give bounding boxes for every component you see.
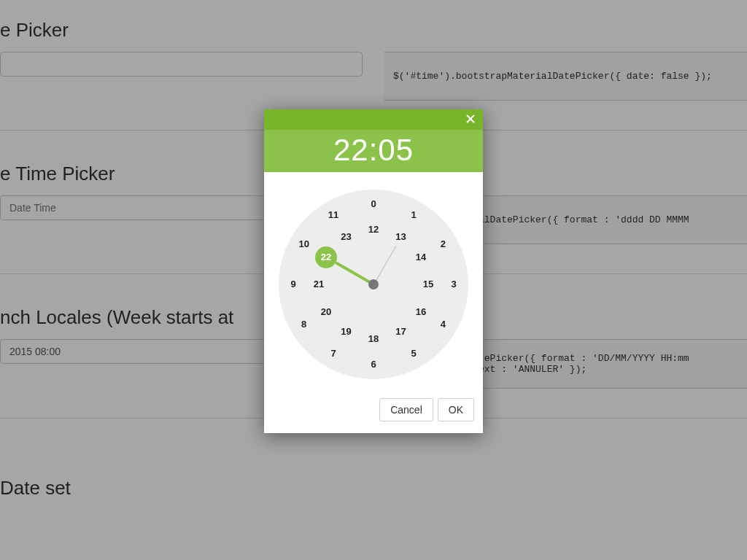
hour-7[interactable]: 7 (322, 343, 344, 365)
hour-21[interactable]: 21 (308, 273, 330, 295)
ok-button[interactable]: OK (438, 398, 474, 421)
hour-17[interactable]: 17 (390, 321, 412, 343)
close-icon[interactable] (464, 112, 477, 125)
hour-23[interactable]: 23 (336, 226, 357, 248)
modal-titlebar (264, 109, 483, 130)
hour-display[interactable]: 22 (333, 133, 369, 167)
hour-4[interactable]: 4 (432, 314, 454, 335)
hour-8[interactable]: 8 (293, 314, 315, 335)
hour-20[interactable]: 20 (315, 301, 337, 323)
hour-5[interactable]: 5 (403, 343, 425, 365)
hour-6[interactable]: 6 (363, 354, 384, 376)
hour-18[interactable]: 18 (363, 328, 384, 350)
hour-9[interactable]: 9 (282, 273, 304, 295)
hour-22[interactable]: 22 (315, 246, 337, 268)
clock-center-dot (368, 279, 379, 289)
hour-13[interactable]: 13 (390, 226, 412, 248)
hour-19[interactable]: 19 (336, 321, 357, 343)
time-picker-modal: 22:05 0123456789101112131415161718192021… (264, 109, 483, 433)
hour-11[interactable]: 11 (322, 204, 344, 226)
hour-0[interactable]: 0 (363, 193, 384, 215)
hour-3[interactable]: 3 (443, 273, 465, 295)
minute-display[interactable]: 05 (378, 133, 414, 167)
hour-1[interactable]: 1 (403, 204, 425, 226)
time-display: 22:05 (264, 130, 483, 172)
hour-15[interactable]: 15 (417, 273, 439, 295)
time-separator: : (369, 133, 379, 167)
hour-16[interactable]: 16 (410, 301, 432, 323)
hour-12[interactable]: 12 (363, 219, 384, 241)
hour-10[interactable]: 10 (293, 233, 315, 255)
hour-2[interactable]: 2 (432, 233, 454, 255)
clock-face-container: 01234567891011121314151617181920212223 (279, 190, 468, 379)
cancel-button[interactable]: Cancel (379, 398, 433, 421)
modal-actions: Cancel OK (264, 392, 483, 433)
hour-14[interactable]: 14 (410, 246, 432, 268)
